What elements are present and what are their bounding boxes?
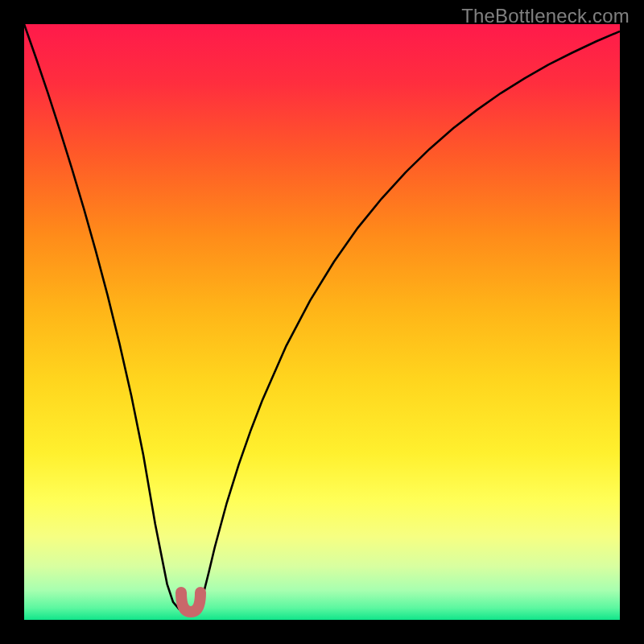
plot-area — [24, 24, 620, 620]
black-frame: TheBottleneck.com — [0, 0, 644, 644]
sweet-range-marker — [181, 592, 200, 612]
watermark-text: TheBottleneck.com — [461, 5, 630, 27]
curves-layer — [24, 24, 620, 620]
bottleneck-curve — [24, 24, 620, 611]
